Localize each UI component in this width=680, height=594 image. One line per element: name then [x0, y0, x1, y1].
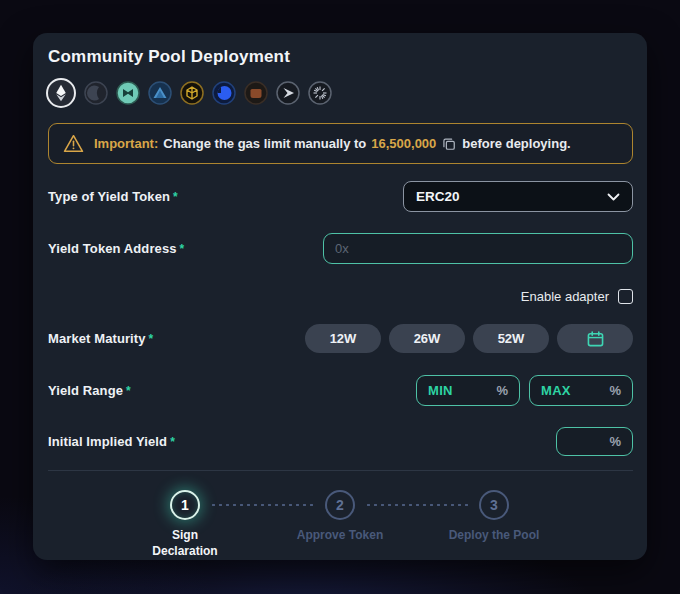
stepper-divider [48, 470, 633, 471]
required-mark: * [149, 332, 154, 346]
arrow-icon [276, 81, 300, 105]
initial-implied-yield-wrap: % [556, 427, 633, 456]
maturity-option-52w[interactable]: 52W [473, 324, 549, 353]
calendar-icon [587, 331, 604, 347]
step-1-circle: 1 [170, 490, 200, 520]
maturity-custom-date-button[interactable] [557, 324, 633, 353]
label-text: Type of Yield Token [48, 189, 170, 204]
step-approve-token: 2 Approve Token [294, 490, 386, 543]
chain-cube-gold-token-icon[interactable] [180, 81, 204, 105]
maturity-option-12w[interactable]: 12W [305, 324, 381, 353]
enable-adapter-row: Enable adapter [48, 287, 633, 305]
yield-range-min-wrap: % [416, 375, 520, 406]
chain-mountain-blue-token-icon[interactable] [148, 81, 172, 105]
initial-implied-yield-row: Initial Implied Yield* % [48, 427, 633, 456]
warning-text-before: Change the gas limit manually to [163, 136, 366, 151]
yield-token-address-row: Yield Token Address* [48, 233, 633, 264]
step-2-label: Approve Token [294, 527, 386, 543]
clay-icon [244, 81, 268, 105]
percent-suffix: % [490, 383, 508, 398]
warning-prefix: Important: [94, 136, 158, 151]
selected-value: ERC20 [416, 189, 460, 204]
step-2-circle: 2 [325, 490, 355, 520]
warning-message: Important: Change the gas limit manually… [94, 136, 571, 151]
copy-icon [442, 137, 456, 151]
yield-token-type-label: Type of Yield Token* [48, 189, 178, 204]
yield-token-address-label: Yield Token Address* [48, 241, 184, 256]
required-mark: * [180, 242, 185, 256]
step-sign-declaration: 1 Sign Declaration [139, 490, 231, 559]
warning-text-after: before deploying. [462, 136, 570, 151]
yield-token-address-field-wrap [323, 233, 633, 264]
label-text: Yield Token Address [48, 241, 177, 256]
yield-token-address-input[interactable] [335, 241, 621, 256]
yield-range-max-input[interactable] [541, 383, 603, 398]
enable-adapter-label: Enable adapter [521, 289, 609, 304]
warning-triangle-icon [63, 134, 84, 153]
enable-adapter-checkbox[interactable] [618, 289, 633, 304]
yield-token-type-row: Type of Yield Token* ERC20 [48, 181, 633, 212]
community-pool-deployment-card: Community Pool Deployment [33, 33, 647, 560]
yield-range-label: Yield Range* [48, 383, 131, 398]
maturity-option-26w[interactable]: 26W [389, 324, 465, 353]
chain-bowtie-teal-token-icon[interactable] [116, 81, 140, 105]
market-maturity-row: Market Maturity* 12W 26W 52W [48, 324, 633, 353]
mountain-icon [148, 81, 172, 105]
chain-starburst-grey-token-icon[interactable] [308, 81, 332, 105]
page-title: Community Pool Deployment [48, 47, 290, 67]
yield-range-row: Yield Range* % % [48, 376, 633, 405]
copy-gas-limit-button[interactable] [442, 137, 456, 151]
cube-icon [180, 81, 204, 105]
yield-range-min-input[interactable] [428, 383, 490, 398]
chevron-down-icon [607, 193, 620, 201]
initial-implied-yield-label: Initial Implied Yield* [48, 434, 175, 449]
initial-implied-yield-input[interactable] [568, 434, 603, 449]
chain-clay-brown-token-icon[interactable] [244, 81, 268, 105]
percent-suffix: % [603, 383, 621, 398]
required-mark: * [126, 384, 131, 398]
ethereum-icon [50, 82, 72, 104]
maturity-options: 12W 26W 52W [305, 324, 633, 353]
step-deploy-the-pool: 3 Deploy the Pool [448, 490, 540, 543]
chain-ethereum-icon[interactable] [46, 78, 76, 108]
step-1-label: Sign Declaration [139, 527, 231, 559]
yield-range-max-wrap: % [529, 375, 633, 406]
gas-limit-value: 16,500,000 [371, 136, 436, 151]
starburst-icon [308, 81, 332, 105]
moon-icon [84, 81, 108, 105]
chain-blue-orb-token-icon[interactable] [212, 81, 236, 105]
label-text: Initial Implied Yield [48, 434, 167, 449]
blue-orb-icon [212, 81, 236, 105]
gas-limit-warning-banner: Important: Change the gas limit manually… [48, 123, 633, 164]
bowtie-icon [116, 81, 140, 105]
label-text: Yield Range [48, 383, 123, 398]
chain-selector-row [46, 78, 332, 108]
step-3-circle: 3 [479, 490, 509, 520]
percent-suffix: % [603, 434, 621, 449]
chain-arrow-grey-token-icon[interactable] [276, 81, 300, 105]
chain-moon-token-icon[interactable] [84, 81, 108, 105]
step-3-label: Deploy the Pool [448, 527, 540, 543]
label-text: Market Maturity [48, 331, 146, 346]
required-mark: * [173, 190, 178, 204]
required-mark: * [170, 435, 175, 449]
market-maturity-label: Market Maturity* [48, 331, 153, 346]
yield-token-type-select[interactable]: ERC20 [403, 181, 633, 212]
